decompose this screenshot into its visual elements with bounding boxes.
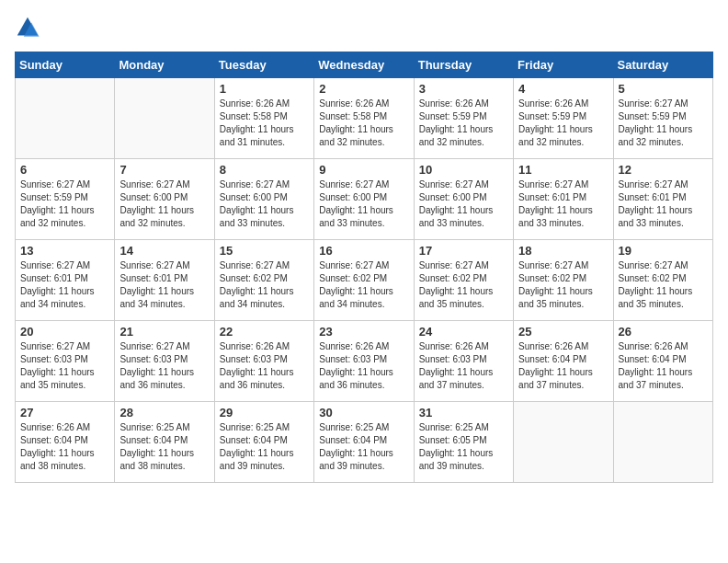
day-number: 11: [518, 163, 608, 177]
calendar-cell: 12Sunrise: 6:27 AM Sunset: 6:01 PM Dayli…: [613, 159, 712, 240]
day-info: Sunrise: 6:26 AM Sunset: 5:58 PM Dayligh…: [319, 98, 408, 149]
day-number: 5: [619, 82, 708, 96]
calendar-cell: 6Sunrise: 6:27 AM Sunset: 5:59 PM Daylig…: [16, 159, 115, 240]
day-number: 29: [220, 406, 309, 419]
day-number: 24: [419, 325, 508, 339]
day-info: Sunrise: 6:27 AM Sunset: 5:59 PM Dayligh…: [619, 98, 708, 149]
calendar-header-friday: Friday: [514, 52, 613, 78]
calendar-cell: 14Sunrise: 6:27 AM Sunset: 6:01 PM Dayli…: [115, 240, 214, 321]
day-number: 1: [220, 82, 309, 96]
calendar-cell: 30Sunrise: 6:25 AM Sunset: 6:04 PM Dayli…: [314, 402, 414, 483]
calendar-cell: [16, 78, 115, 159]
day-number: 21: [119, 325, 209, 339]
logo: [15, 15, 44, 40]
calendar-cell: [514, 402, 613, 483]
day-info: Sunrise: 6:27 AM Sunset: 6:02 PM Dayligh…: [319, 259, 408, 311]
calendar-cell: 5Sunrise: 6:27 AM Sunset: 5:59 PM Daylig…: [613, 78, 712, 159]
week-row-5: 27Sunrise: 6:26 AM Sunset: 6:04 PM Dayli…: [16, 402, 713, 483]
calendar-header-saturday: Saturday: [613, 52, 712, 78]
calendar-table: SundayMondayTuesdayWednesdayThursdayFrid…: [15, 52, 713, 483]
calendar-cell: 28Sunrise: 6:25 AM Sunset: 6:04 PM Dayli…: [115, 402, 214, 483]
day-info: Sunrise: 6:27 AM Sunset: 6:01 PM Dayligh…: [20, 259, 109, 311]
day-number: 22: [220, 325, 309, 339]
day-info: Sunrise: 6:27 AM Sunset: 6:02 PM Dayligh…: [518, 259, 608, 311]
calendar-cell: 29Sunrise: 6:25 AM Sunset: 6:04 PM Dayli…: [214, 402, 313, 483]
day-info: Sunrise: 6:25 AM Sunset: 6:04 PM Dayligh…: [319, 421, 408, 473]
day-info: Sunrise: 6:27 AM Sunset: 6:02 PM Dayligh…: [619, 259, 708, 311]
calendar-header-thursday: Thursday: [414, 52, 513, 78]
calendar-cell: 16Sunrise: 6:27 AM Sunset: 6:02 PM Dayli…: [314, 240, 414, 321]
day-number: 14: [119, 244, 209, 258]
logo-icon: [15, 15, 40, 40]
day-number: 25: [518, 325, 608, 339]
calendar-header-row: SundayMondayTuesdayWednesdayThursdayFrid…: [16, 52, 713, 78]
day-info: Sunrise: 6:27 AM Sunset: 6:00 PM Dayligh…: [119, 178, 209, 230]
calendar-header-sunday: Sunday: [16, 52, 115, 78]
day-info: Sunrise: 6:27 AM Sunset: 6:03 PM Dayligh…: [119, 340, 209, 392]
day-number: 4: [518, 82, 608, 96]
calendar-cell: 24Sunrise: 6:26 AM Sunset: 6:03 PM Dayli…: [414, 321, 513, 402]
day-number: 23: [319, 325, 408, 339]
calendar-cell: 3Sunrise: 6:26 AM Sunset: 5:59 PM Daylig…: [414, 78, 513, 159]
calendar-cell: 13Sunrise: 6:27 AM Sunset: 6:01 PM Dayli…: [16, 240, 115, 321]
day-number: 20: [20, 325, 109, 339]
day-info: Sunrise: 6:26 AM Sunset: 6:03 PM Dayligh…: [319, 340, 408, 392]
calendar-cell: 27Sunrise: 6:26 AM Sunset: 6:04 PM Dayli…: [16, 402, 115, 483]
day-info: Sunrise: 6:25 AM Sunset: 6:04 PM Dayligh…: [220, 421, 309, 473]
day-number: 6: [20, 163, 109, 177]
calendar-cell: 18Sunrise: 6:27 AM Sunset: 6:02 PM Dayli…: [514, 240, 613, 321]
day-number: 2: [319, 82, 408, 96]
day-info: Sunrise: 6:26 AM Sunset: 6:03 PM Dayligh…: [419, 340, 508, 392]
day-number: 27: [20, 406, 109, 419]
day-info: Sunrise: 6:26 AM Sunset: 6:04 PM Dayligh…: [20, 421, 109, 473]
day-number: 9: [319, 163, 408, 177]
day-number: 26: [619, 325, 708, 339]
day-number: 30: [319, 406, 408, 419]
day-number: 7: [119, 163, 209, 177]
day-info: Sunrise: 6:27 AM Sunset: 6:02 PM Dayligh…: [220, 259, 309, 311]
week-row-1: 1Sunrise: 6:26 AM Sunset: 5:58 PM Daylig…: [16, 78, 713, 159]
calendar-cell: 7Sunrise: 6:27 AM Sunset: 6:00 PM Daylig…: [115, 159, 214, 240]
calendar-cell: 2Sunrise: 6:26 AM Sunset: 5:58 PM Daylig…: [314, 78, 414, 159]
week-row-2: 6Sunrise: 6:27 AM Sunset: 5:59 PM Daylig…: [16, 159, 713, 240]
day-info: Sunrise: 6:26 AM Sunset: 6:04 PM Dayligh…: [619, 340, 708, 392]
calendar-cell: 11Sunrise: 6:27 AM Sunset: 6:01 PM Dayli…: [514, 159, 613, 240]
day-number: 15: [220, 244, 309, 258]
day-number: 10: [419, 163, 508, 177]
calendar-cell: 23Sunrise: 6:26 AM Sunset: 6:03 PM Dayli…: [314, 321, 414, 402]
day-info: Sunrise: 6:26 AM Sunset: 5:59 PM Dayligh…: [518, 98, 608, 149]
calendar-cell: 17Sunrise: 6:27 AM Sunset: 6:02 PM Dayli…: [414, 240, 513, 321]
week-row-3: 13Sunrise: 6:27 AM Sunset: 6:01 PM Dayli…: [16, 240, 713, 321]
day-info: Sunrise: 6:26 AM Sunset: 5:58 PM Dayligh…: [220, 98, 309, 149]
day-info: Sunrise: 6:26 AM Sunset: 6:04 PM Dayligh…: [518, 340, 608, 392]
day-number: 12: [619, 163, 708, 177]
day-info: Sunrise: 6:26 AM Sunset: 6:03 PM Dayligh…: [220, 340, 309, 392]
calendar-cell: 26Sunrise: 6:26 AM Sunset: 6:04 PM Dayli…: [613, 321, 712, 402]
day-info: Sunrise: 6:27 AM Sunset: 6:01 PM Dayligh…: [619, 178, 708, 230]
calendar-cell: [613, 402, 712, 483]
day-info: Sunrise: 6:27 AM Sunset: 6:01 PM Dayligh…: [518, 178, 608, 230]
day-number: 16: [319, 244, 408, 258]
calendar-cell: 25Sunrise: 6:26 AM Sunset: 6:04 PM Dayli…: [514, 321, 613, 402]
calendar-cell: 19Sunrise: 6:27 AM Sunset: 6:02 PM Dayli…: [613, 240, 712, 321]
calendar-header-monday: Monday: [115, 52, 214, 78]
calendar-cell: 21Sunrise: 6:27 AM Sunset: 6:03 PM Dayli…: [115, 321, 214, 402]
calendar-cell: 22Sunrise: 6:26 AM Sunset: 6:03 PM Dayli…: [214, 321, 313, 402]
day-number: 31: [419, 406, 508, 419]
page-header: [15, 15, 713, 40]
calendar-cell: 20Sunrise: 6:27 AM Sunset: 6:03 PM Dayli…: [16, 321, 115, 402]
calendar-cell: [115, 78, 214, 159]
day-info: Sunrise: 6:27 AM Sunset: 6:00 PM Dayligh…: [419, 178, 508, 230]
week-row-4: 20Sunrise: 6:27 AM Sunset: 6:03 PM Dayli…: [16, 321, 713, 402]
calendar-cell: 10Sunrise: 6:27 AM Sunset: 6:00 PM Dayli…: [414, 159, 513, 240]
day-number: 19: [619, 244, 708, 258]
calendar-cell: 15Sunrise: 6:27 AM Sunset: 6:02 PM Dayli…: [214, 240, 313, 321]
calendar-header-wednesday: Wednesday: [314, 52, 414, 78]
day-number: 28: [119, 406, 209, 419]
day-number: 3: [419, 82, 508, 96]
day-number: 13: [20, 244, 109, 258]
day-number: 17: [419, 244, 508, 258]
calendar-header-tuesday: Tuesday: [214, 52, 313, 78]
day-info: Sunrise: 6:27 AM Sunset: 6:02 PM Dayligh…: [419, 259, 508, 311]
day-info: Sunrise: 6:27 AM Sunset: 6:01 PM Dayligh…: [119, 259, 209, 311]
